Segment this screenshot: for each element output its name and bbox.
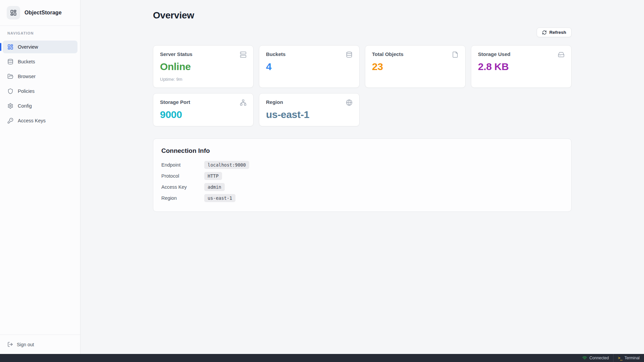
sidebar-item-access-keys[interactable]: Access Keys <box>3 114 77 127</box>
brand: ObjectStorage <box>0 0 80 26</box>
refresh-label: Refresh <box>549 30 566 35</box>
refresh-button[interactable]: Refresh <box>537 27 572 37</box>
stat-value: 9000 <box>160 109 247 120</box>
sidebar-item-label: Access Keys <box>18 118 46 123</box>
globe-icon <box>346 99 353 106</box>
terminal-prompt-icon: >_ <box>618 356 622 360</box>
stat-value: Online <box>160 61 247 72</box>
info-value: HTTP <box>204 172 222 180</box>
connection-info-title: Connection Info <box>161 147 563 155</box>
info-value: admin <box>204 183 225 191</box>
app-logo-icon <box>7 6 20 19</box>
sidebar-footer: Sign out <box>0 335 80 354</box>
dashboard-icon <box>7 44 13 50</box>
stat-label: Storage Port <box>160 99 190 105</box>
key-icon <box>7 118 13 124</box>
database-icon <box>7 59 13 65</box>
main-area: Overview Refresh Server Status Online Up… <box>80 0 644 354</box>
sidebar-item-buckets[interactable]: Buckets <box>3 55 77 68</box>
nav-section-label: NAVIGATION <box>3 31 77 35</box>
stats-grid: Server Status Online Uptime: 9m Buckets … <box>153 45 572 126</box>
connected-label: Connected <box>589 356 609 360</box>
info-row-protocol: Protocol HTTP <box>161 172 563 180</box>
info-row-region: Region us-east-1 <box>161 194 563 202</box>
info-value: us-east-1 <box>204 194 235 202</box>
sidebar-item-config[interactable]: Config <box>3 100 77 112</box>
sidebar-item-label: Policies <box>18 88 35 94</box>
sign-out-label: Sign out <box>17 342 34 347</box>
harddrive-icon <box>558 51 565 58</box>
logout-icon <box>7 342 13 347</box>
connection-info-panel: Connection Info Endpoint localhost:9000 … <box>153 138 572 212</box>
stat-value: 2.8 KB <box>478 61 565 72</box>
sidebar-nav: NAVIGATION Overview Buckets Browser Poli… <box>0 26 80 127</box>
stat-card-total-objects: Total Objects 23 <box>365 45 466 88</box>
sidebar: ObjectStorage NAVIGATION Overview Bucket… <box>0 0 80 354</box>
stat-value: 4 <box>266 61 353 72</box>
file-icon <box>452 51 459 58</box>
sidebar-item-label: Buckets <box>18 59 35 64</box>
connection-status: Connected <box>578 354 613 362</box>
gear-icon <box>7 103 13 109</box>
stat-value: 23 <box>372 61 459 72</box>
terminal-toggle[interactable]: >_ Terminal <box>613 354 644 362</box>
sidebar-item-browser[interactable]: Browser <box>3 70 77 83</box>
stat-label: Total Objects <box>372 51 404 57</box>
stat-card-storage-used: Storage Used 2.8 KB <box>471 45 572 88</box>
info-row-access-key: Access Key admin <box>161 183 563 191</box>
stat-label: Region <box>266 99 283 105</box>
info-row-endpoint: Endpoint localhost:9000 <box>161 161 563 169</box>
server-icon <box>240 51 247 58</box>
shield-icon <box>7 88 13 94</box>
sidebar-item-label: Config <box>18 103 32 109</box>
status-bar: Connected >_ Terminal <box>0 354 644 362</box>
stat-label: Server Status <box>160 51 193 57</box>
network-icon <box>240 99 247 106</box>
stat-label: Storage Used <box>478 51 511 57</box>
info-label: Protocol <box>161 173 204 179</box>
stat-value: us-east-1 <box>266 109 353 120</box>
app-title: ObjectStorage <box>24 10 62 16</box>
info-label: Endpoint <box>161 162 204 168</box>
stat-subtitle: Uptime: 9m <box>160 77 247 82</box>
sidebar-item-overview[interactable]: Overview <box>3 41 77 53</box>
stat-label: Buckets <box>266 51 285 57</box>
page-title: Overview <box>153 10 572 21</box>
stat-card-storage-port: Storage Port 9000 <box>153 93 254 126</box>
stat-card-server-status: Server Status Online Uptime: 9m <box>153 45 254 88</box>
terminal-label: Terminal <box>625 356 640 360</box>
toolbar: Refresh <box>153 27 572 37</box>
sidebar-item-policies[interactable]: Policies <box>3 85 77 98</box>
refresh-icon <box>542 30 547 35</box>
stat-card-buckets: Buckets 4 <box>259 45 360 88</box>
folder-icon <box>7 73 13 79</box>
sidebar-item-label: Overview <box>18 44 38 50</box>
sign-out-button[interactable]: Sign out <box>4 340 76 349</box>
info-value: localhost:9000 <box>204 161 249 169</box>
app-window: ObjectStorage NAVIGATION Overview Bucket… <box>0 0 644 354</box>
info-label: Access Key <box>161 184 204 190</box>
stat-card-region: Region us-east-1 <box>259 93 360 126</box>
wifi-icon <box>582 356 587 360</box>
info-label: Region <box>161 195 204 201</box>
database-icon <box>346 51 353 58</box>
sidebar-item-label: Browser <box>18 74 36 79</box>
